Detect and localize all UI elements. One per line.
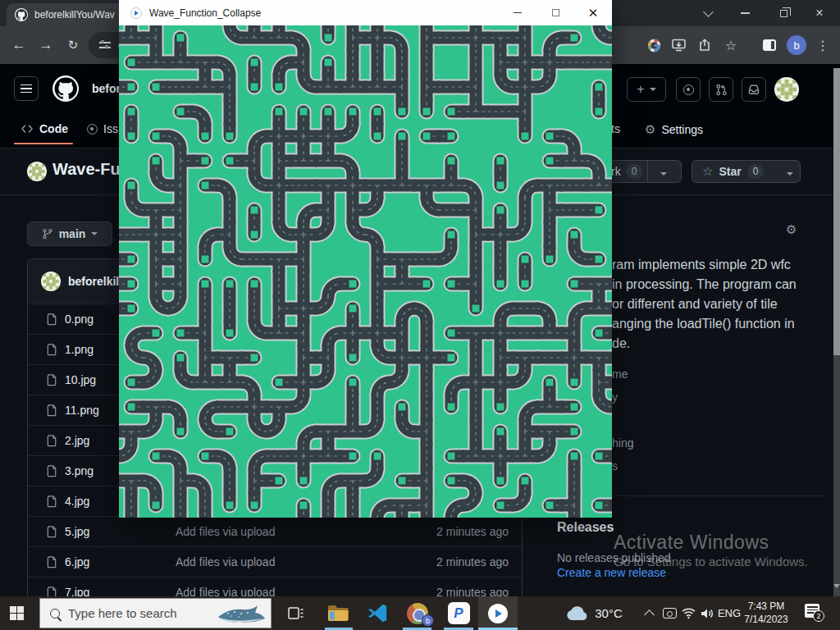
file-name[interactable]: 4.jpg — [65, 495, 89, 508]
browser-menu-button[interactable]: ⋮ — [810, 33, 835, 57]
repo-owner-avatar[interactable] — [27, 162, 47, 181]
user-avatar[interactable] — [774, 77, 799, 102]
vscode-button[interactable] — [363, 596, 391, 630]
hamburger-menu-button[interactable] — [14, 76, 39, 101]
file-name[interactable]: 7.jpg — [65, 586, 89, 596]
reload-button[interactable]: ↻ — [61, 34, 85, 57]
task-view-button[interactable] — [283, 596, 308, 630]
commit-message[interactable]: Add files via upload — [176, 555, 275, 568]
language-button[interactable]: ENG — [717, 596, 742, 630]
volume-button[interactable] — [696, 596, 718, 630]
bookmark-star-button[interactable]: ☆ — [719, 33, 743, 57]
cast-button[interactable] — [660, 596, 679, 630]
releases-heading[interactable]: Releases — [557, 520, 614, 535]
forward-button[interactable]: → — [34, 34, 58, 57]
browser-restore-button[interactable] — [769, 0, 798, 26]
google-profile-button[interactable] — [641, 33, 666, 57]
browser-close-button[interactable]: × — [805, 0, 834, 26]
table-row[interactable]: 5.jpgAdd files via upload2 minutes ago — [28, 516, 522, 546]
back-button[interactable]: ← — [7, 34, 31, 57]
close-icon: ✕ — [588, 7, 599, 19]
fork-button[interactable]: rk 0 — [604, 160, 682, 183]
taskbar: Type here to search — [0, 596, 840, 630]
wfc-maximize-button[interactable] — [536, 0, 574, 25]
file-name[interactable]: 10.jpg — [65, 373, 96, 386]
weather-button[interactable] — [563, 596, 591, 630]
wifi-button[interactable] — [678, 596, 698, 630]
commit-author[interactable]: beforelkill — [68, 275, 122, 288]
start-button[interactable] — [10, 606, 24, 620]
tab-search-chevron-button[interactable] — [693, 0, 723, 26]
scrollbar-thumb[interactable] — [833, 68, 840, 355]
wfc-sketch-taskbar-button[interactable] — [478, 596, 518, 630]
weather-temp[interactable]: 30°C — [592, 596, 625, 630]
speaker-icon — [701, 608, 714, 619]
install-button[interactable] — [666, 33, 691, 57]
page-title[interactable]: Wave-Fu — [52, 160, 121, 179]
branch-icon — [42, 228, 53, 240]
branch-selector[interactable]: main — [27, 221, 112, 246]
tab-insights[interactable]: ts — [611, 122, 620, 135]
file-explorer-button[interactable] — [322, 596, 354, 630]
file-icon — [46, 495, 58, 508]
file-icon — [46, 313, 58, 326]
file-explorer-icon — [327, 605, 349, 622]
processing-button[interactable]: P — [445, 596, 472, 630]
scrollbar[interactable] — [833, 68, 840, 596]
about-meta-fragment: s — [612, 459, 618, 472]
file-name[interactable]: 3.png — [65, 464, 94, 477]
profile-avatar[interactable]: b — [784, 33, 809, 57]
active-tab-underline — [14, 143, 73, 144]
about-meta-fragment: hing — [612, 436, 633, 450]
side-panel-icon — [763, 39, 776, 51]
wfc-title-bar[interactable]: Wave_Function_Collapse ✕ — [119, 0, 612, 25]
whale-shark-illustration[interactable] — [217, 603, 267, 626]
file-name[interactable]: 5.jpg — [65, 525, 89, 538]
close-icon: × — [815, 7, 823, 20]
site-settings-icon[interactable] — [99, 40, 111, 50]
about-line: or different and variety of tile — [612, 294, 833, 314]
cast-icon — [663, 608, 677, 619]
wfc-close-button[interactable]: ✕ — [574, 0, 612, 25]
file-name[interactable]: 0.png — [65, 313, 94, 326]
about-gear-icon[interactable]: ⚙ — [786, 222, 797, 237]
star-button-label: Star — [719, 165, 741, 178]
table-row[interactable]: 6.jpgAdd files via upload2 minutes ago — [28, 546, 522, 577]
activate-windows-subtext: Go to Settings to activate Windows. — [614, 555, 808, 568]
file-name[interactable]: 6.jpg — [65, 555, 89, 568]
chrome-button[interactable]: b — [402, 596, 433, 630]
browser-minimize-button[interactable] — [730, 0, 760, 26]
github-logo-icon[interactable] — [52, 75, 79, 102]
file-name[interactable]: 11.png — [65, 404, 99, 417]
tab-issues[interactable]: Iss — [87, 122, 118, 135]
maximize-icon — [552, 9, 559, 16]
inbox-header-button[interactable] — [742, 77, 766, 102]
pull-requests-header-button[interactable] — [709, 77, 733, 102]
commit-message[interactable]: Add files via upload — [176, 586, 275, 596]
about-meta-fragment: y — [612, 390, 618, 404]
issues-header-button[interactable] — [676, 77, 701, 102]
processing-icon: P — [448, 602, 470, 624]
clock[interactable]: 7:43 PM 7/14/2023 — [740, 600, 792, 626]
tab-code[interactable]: Code — [21, 122, 68, 135]
scrollbar-down-arrow[interactable] — [833, 584, 840, 591]
clock-date: 7/14/2023 — [740, 613, 792, 626]
taskbar-search[interactable]: Type here to search — [39, 598, 272, 628]
share-button[interactable] — [692, 33, 717, 57]
breadcrumb[interactable]: befor — [92, 82, 121, 95]
star-button[interactable]: ☆ Star 0 — [692, 160, 801, 183]
gear-icon: ⚙ — [645, 122, 655, 137]
tray-expand-button[interactable] — [640, 596, 658, 630]
file-name[interactable]: 1.png — [65, 343, 94, 356]
create-new-button[interactable]: + — [627, 77, 666, 102]
tab-settings[interactable]: ⚙ Settings — [645, 122, 703, 137]
side-panel-button[interactable] — [757, 33, 782, 57]
commit-message[interactable]: Add files via upload — [176, 525, 275, 538]
google-g-icon — [647, 39, 661, 52]
file-name[interactable]: 2.jpg — [65, 434, 89, 447]
commit-author-avatar[interactable] — [41, 272, 61, 291]
table-row[interactable]: 7.jpgAdd files via upload2 minutes ago — [28, 577, 522, 596]
commit-time: 2 minutes ago — [436, 525, 509, 538]
wfc-minimize-button[interactable] — [499, 0, 536, 25]
wfc-app-window[interactable]: Wave_Function_Collapse ✕ — [119, 0, 612, 518]
